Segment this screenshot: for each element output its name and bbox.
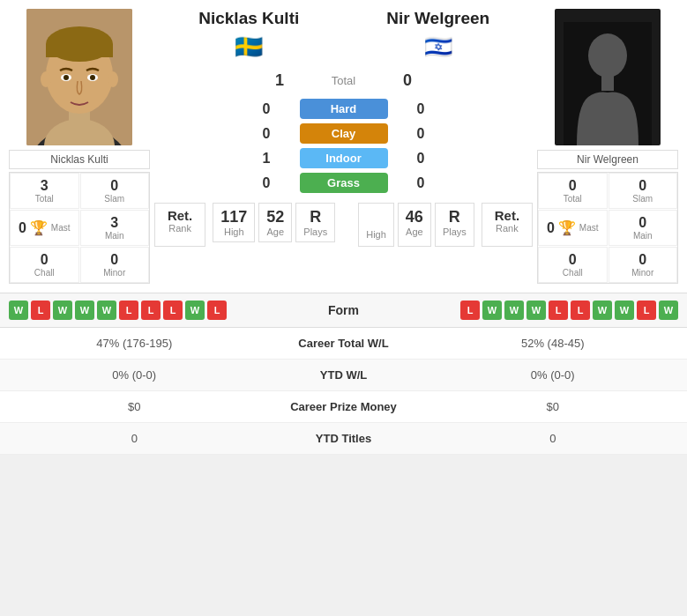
left-age-value: 52 [266,208,284,226]
right-high-value [366,208,386,229]
right-slam-cell: 0 Slam [609,173,678,209]
left-total-cell: 3 Total [10,173,79,209]
right-form-w4: W [593,301,612,320]
right-form-w2: W [504,301,524,320]
right-total-cell: 0 Total [538,173,608,209]
form-section: W L W W W L L L W L Form L W W W L L W W… [0,293,687,327]
right-player-avatar [564,22,652,145]
left-main-cell: 3 Main [80,210,150,246]
indoor-badge: Indoor [300,148,388,168]
grass-right: 0 [406,175,437,191]
right-player-name-label: Nir Welgreen [577,153,638,166]
right-minor-cell: 0 Minor [609,247,678,283]
right-high-panel: High [358,203,394,247]
left-high-panel: 117 High [213,203,255,242]
right-mast-label: Mast [579,223,599,233]
left-form-l5: L [207,301,227,320]
right-high-label: High [366,229,386,240]
left-minor-cell: 0 Minor [80,247,150,283]
right-center-stats: High 46 Age R Plays [358,203,474,247]
right-form-w5: W [615,301,634,320]
player-names-row: Nicklas Kulti Nir Welgreen [154,9,533,33]
right-form-l1: L [460,301,480,320]
grass-badge: Grass [300,173,388,193]
left-rank-label: Rank [162,223,198,234]
right-plays-value: R [443,208,467,226]
court-row-hard: 0 Hard 0 [154,99,533,119]
left-form-w2: W [53,301,72,320]
ytd-titles-row: 0 YTD Titles 0 [0,423,687,455]
svg-point-8 [63,75,69,80]
right-player-stats-grid: 0 Total 0 Slam 0 🏆 Mast 0 Main 0 [537,172,678,284]
right-player-photo [555,9,661,145]
left-total-value: 3 [13,178,76,194]
court-row-clay: 0 Clay 0 [154,123,533,144]
career-total-row: 47% (176-195) Career Total W/L 52% (48-4… [0,328,687,360]
total-row: 1 Total 0 [154,68,533,93]
right-age-value: 46 [406,208,423,226]
svg-rect-15 [601,75,614,91]
left-rank-value: Ret. [162,208,198,223]
right-form-w3: W [526,301,546,320]
flags-row: 🇸🇪 🇮🇱 [154,33,533,68]
ytd-titles-left: 0 [13,432,256,445]
right-main-value: 0 [612,215,675,231]
right-main-label: Main [612,231,675,241]
left-player-name-label: Nicklas Kulti [50,153,108,166]
left-age-panel: 52 Age [258,203,292,242]
indoor-right: 0 [406,151,437,167]
right-form-w6: W [659,301,678,320]
right-slam-value: 0 [612,178,675,194]
court-row-grass: 0 Grass 0 [154,173,533,193]
left-player-photo [26,9,132,145]
left-mast-label: Mast [51,223,71,233]
career-total-right: 52% (48-45) [432,337,675,350]
left-chall-cell: 0 Chall [10,247,79,283]
left-player-name-top: Nicklas Kulti [156,9,341,28]
right-slam-label: Slam [612,194,675,204]
right-chall-value: 0 [541,252,604,268]
right-total-value: 0 [541,178,604,194]
right-high-age-row: High 46 Age R Plays [358,203,474,247]
svg-rect-6 [46,44,113,57]
svg-point-10 [90,75,95,80]
left-flag: 🇸🇪 [235,33,263,61]
center-spacer [342,203,351,247]
total-label: Total [313,74,375,87]
left-slam-value: 0 [84,178,146,194]
career-total-label: Career Total W/L [256,337,432,350]
right-chall-cell: 0 Chall [538,247,608,283]
hard-left: 0 [251,101,282,117]
left-player-avatar [26,9,132,145]
left-center-stats: 117 High 52 Age R Plays [213,203,335,247]
left-rank-panel: Ret. Rank [154,203,205,247]
right-player-column: Nir Welgreen 0 Total 0 Slam 0 🏆 Mast [537,9,678,284]
right-mast-value: 0 [547,220,555,236]
left-high-age-row: 117 High 52 Age R Plays [213,203,335,242]
main-container: Nicklas Kulti 3 Total 0 Slam 0 🏆 Mast [0,0,687,455]
left-age-label: Age [266,226,284,237]
right-trophy-icon: 🏆 [558,219,576,236]
left-minor-label: Minor [84,268,146,278]
right-total-score: 0 [392,71,423,90]
right-plays-panel: R Plays [435,203,474,247]
clay-right: 0 [406,126,437,142]
grass-left: 0 [251,175,282,191]
right-chall-label: Chall [541,268,604,278]
hard-right: 0 [406,101,437,117]
prize-money-row: $0 Career Prize Money $0 [0,391,687,423]
left-mast-cell: 0 🏆 Mast [10,210,79,246]
left-player-stats-grid: 3 Total 0 Slam 0 🏆 Mast 3 Main 0 [9,172,150,284]
svg-point-11 [41,71,51,87]
right-form-l3: L [571,301,590,320]
right-main-cell: 0 Main [609,210,678,246]
left-total-label: Total [13,194,76,204]
right-total-label: Total [541,194,604,204]
left-trophy-icon: 🏆 [30,219,48,236]
center-stat-boxes: Ret. Rank 117 High 52 Age [154,198,533,251]
right-rank-label: Rank [489,223,525,234]
svg-point-12 [108,71,118,87]
svg-point-14 [588,33,627,78]
left-form-l4: L [163,301,183,320]
left-main-label: Main [84,231,146,241]
